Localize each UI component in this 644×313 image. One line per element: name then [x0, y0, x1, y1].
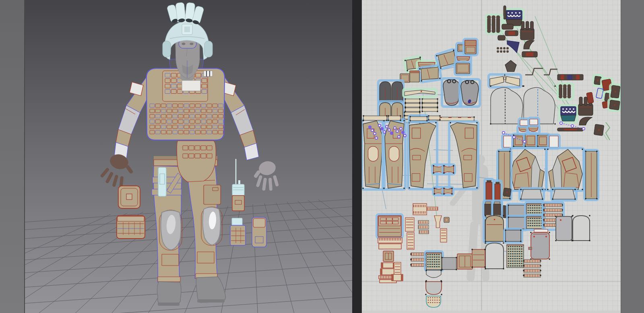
viewport-3d-canvas[interactable] — [25, 0, 352, 313]
pattern-piece-jacket-wing-r[interactable] — [584, 150, 598, 200]
pattern-editor-2d[interactable] — [362, 0, 621, 313]
left-edge-strip — [0, 0, 25, 313]
chest-clip — [204, 71, 213, 76]
pattern-piece-vest-pouch-5[interactable] — [548, 135, 559, 148]
chest-patch — [182, 80, 200, 91]
pattern-piece-dots-3[interactable] — [507, 245, 524, 268]
pattern-piece-knuckle-r[interactable] — [559, 105, 577, 122]
pattern-piece-bar-3[interactable] — [497, 35, 506, 40]
pattern-piece-stack-box[interactable] — [383, 251, 394, 262]
pattern-piece-graybox-3[interactable] — [504, 229, 522, 243]
pattern-piece-bar-5[interactable] — [557, 128, 584, 131]
right-ear-cup — [204, 41, 213, 57]
pattern-piece-hatch-s1[interactable] — [418, 220, 429, 224]
pattern-piece-vest-flap-4[interactable] — [528, 118, 539, 126]
app-window — [0, 0, 644, 313]
pattern-piece-strip-angle[interactable] — [403, 89, 436, 97]
pattern-editor-canvas[interactable] — [362, 0, 621, 313]
pattern-piece-segbar[interactable] — [557, 74, 583, 80]
pattern-piece-bits-l2[interactable] — [392, 274, 403, 281]
pattern-piece-collar-l[interactable] — [520, 188, 544, 200]
pattern-piece-belt-s6[interactable] — [422, 107, 438, 112]
pattern-piece-bar-1[interactable] — [502, 24, 514, 29]
pattern-piece-belt-s4[interactable] — [422, 103, 438, 108]
pattern-piece-collar-r[interactable] — [551, 188, 576, 200]
pattern-piece-lid-b2[interactable] — [464, 39, 477, 55]
pattern-piece-bit-r7[interactable] — [609, 99, 621, 111]
pattern-piece-stack-b2[interactable] — [380, 269, 396, 275]
pattern-piece-strap-row2[interactable] — [428, 115, 441, 121]
pattern-piece-bar-2[interactable] — [505, 31, 518, 36]
pattern-piece-graypouch-2[interactable] — [528, 232, 550, 260]
pattern-piece-ladder-2[interactable] — [407, 233, 414, 249]
pattern-piece-white-bar[interactable] — [534, 229, 548, 232]
pattern-piece-belt-s3[interactable] — [405, 103, 421, 108]
pattern-piece-stack-b1[interactable] — [381, 263, 395, 268]
pattern-piece-u-pouch[interactable] — [425, 281, 442, 295]
pattern-piece-small-square[interactable] — [444, 217, 449, 222]
pattern-piece-graybox-4[interactable] — [442, 257, 457, 270]
tall-pouch — [252, 217, 266, 247]
pattern-piece-arch-outline1[interactable] — [485, 243, 504, 270]
pattern-piece-stack-pouch[interactable] — [377, 214, 402, 238]
pattern-piece-hatchrows-3[interactable] — [411, 253, 426, 267]
pattern-piece-gloveback-1[interactable] — [520, 21, 534, 40]
pattern-piece-tantall[interactable] — [472, 249, 486, 268]
groin-flap — [177, 141, 216, 182]
pattern-piece-belt-s1[interactable] — [405, 99, 421, 103]
pattern-piece-quad-dark[interactable] — [594, 124, 604, 136]
pattern-piece-ladder-3[interactable] — [440, 229, 447, 242]
pattern-piece-belt-s5[interactable] — [405, 107, 421, 112]
pattern-piece-stick-1[interactable] — [504, 6, 506, 19]
pattern-piece-bar-4[interactable] — [522, 51, 538, 57]
pattern-piece-arch-outline2[interactable] — [572, 215, 590, 241]
pattern-piece-graypouch-1[interactable] — [555, 216, 573, 241]
pattern-piece-belt-s2[interactable] — [422, 99, 438, 103]
viewport-3d[interactable] — [25, 0, 352, 313]
pattern-piece-hatch-s3[interactable] — [419, 230, 429, 234]
pattern-piece-bowtie-4[interactable] — [443, 187, 453, 195]
pattern-piece-tanbox-b[interactable] — [457, 254, 473, 269]
pattern-piece-dark-t2[interactable] — [503, 188, 512, 197]
pattern-piece-dome-dots[interactable] — [426, 296, 441, 307]
pattern-piece-dots-4[interactable] — [425, 251, 443, 271]
pattern-piece-hatch-s2[interactable] — [418, 225, 429, 229]
pattern-piece-lid-a6[interactable] — [410, 71, 419, 82]
pattern-piece-arch-pouch[interactable] — [485, 215, 504, 242]
pattern-piece-pant-strap2[interactable] — [388, 115, 401, 121]
pattern-piece-strap-row1[interactable] — [409, 115, 428, 122]
left-ear-cup — [163, 41, 171, 57]
thigh-rig-buckle — [158, 167, 166, 196]
panel-separator[interactable] — [352, 0, 362, 313]
pattern-piece-pant-strap1[interactable] — [363, 115, 388, 121]
right-edge-strip — [621, 0, 644, 313]
molle-pouch — [117, 216, 145, 239]
left-thigh-strap2 — [152, 189, 182, 195]
pattern-piece-lid-b4[interactable] — [455, 62, 471, 75]
pattern-piece-ladder-1[interactable] — [405, 218, 414, 231]
utility-pouch — [118, 186, 140, 208]
